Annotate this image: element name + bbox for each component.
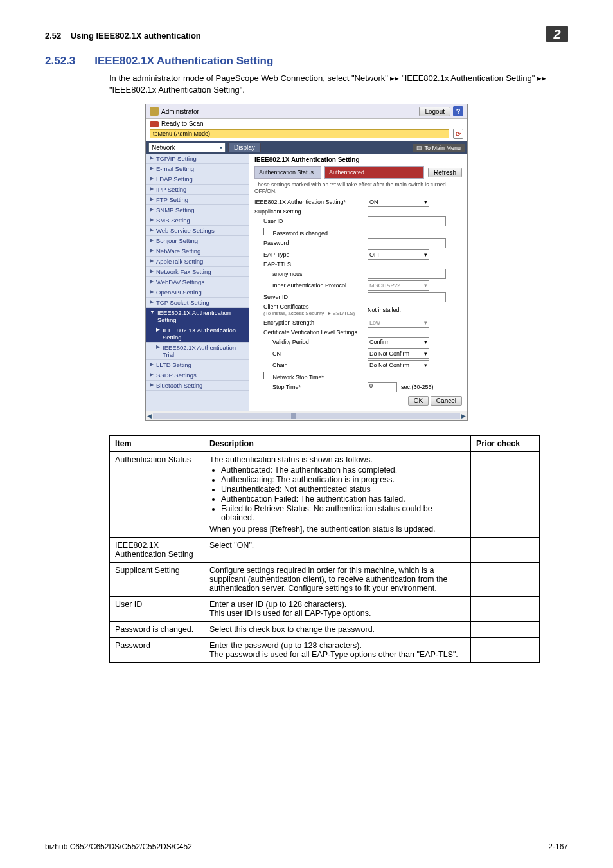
- cn-select[interactable]: Do Not Confirm ▾: [368, 348, 429, 359]
- main-menu-button[interactable]: ▤ To Main Menu: [413, 144, 465, 152]
- category-select[interactable]: Network ▾: [148, 143, 226, 152]
- cancel-button[interactable]: Cancel: [431, 396, 462, 406]
- ok-button[interactable]: OK: [408, 396, 429, 406]
- sidenav-appletalk[interactable]: ▶AppleTalk Setting: [146, 257, 249, 267]
- anonymous-input[interactable]: [368, 269, 446, 279]
- table-row: Password is changed. Select this check b…: [110, 622, 540, 638]
- bullet-item: Authenticated: The authentication has co…: [221, 466, 465, 475]
- td-desc: Configure settings required in order for…: [204, 563, 471, 597]
- sidenav-label: OpenAPI Setting: [156, 289, 202, 296]
- section-heading-title: IEEE802.1X Authentication Setting: [94, 55, 273, 68]
- bullet-item: Authentication Failed: The authenticatio…: [221, 494, 465, 503]
- sidenav-webdav[interactable]: ▶WebDAV Settings: [146, 277, 249, 287]
- sidenav-tcpsocket[interactable]: ▶TCP Socket Setting: [146, 298, 249, 308]
- footer-product: bizhub C652/C652DS/C552/C552DS/C452: [45, 842, 192, 851]
- sidenav-label: IPP Setting: [156, 186, 186, 193]
- sidenav-ssdp[interactable]: ▶SSDP Settings: [146, 370, 249, 381]
- user-id-input[interactable]: [368, 216, 446, 226]
- chain-select[interactable]: Do Not Confirm ▾: [368, 360, 429, 370]
- sidenav-label: Network Fax Setting: [156, 268, 211, 275]
- th-item: Item: [110, 436, 204, 452]
- row-cn: CN Do Not Confirm ▾: [254, 348, 462, 359]
- mode-text: toMenu (Admin Mode): [153, 131, 210, 137]
- chapter-number-badge: 2: [546, 26, 568, 42]
- enc-strength-value: Low: [369, 320, 380, 326]
- td-desc: Enter the password (up to 128 characters…: [204, 638, 471, 663]
- sidenav-lltd[interactable]: ▶LLTD Setting: [146, 360, 249, 370]
- password-input[interactable]: [368, 238, 446, 248]
- row-pwd-changed: Password is changed.: [254, 228, 462, 237]
- sidenav-label: Bluetooth Setting: [156, 382, 202, 389]
- row-certverify: Certificate Verification Level Settings: [254, 329, 462, 336]
- header-rule: [45, 44, 568, 44]
- sidenav-ftp[interactable]: ▶FTP Setting: [146, 195, 249, 205]
- enc-strength-label: Encryption Strength: [254, 320, 364, 326]
- chevron-down-icon: ▾: [424, 362, 427, 368]
- sidenav-ieee8021x[interactable]: ▼IEEE802.1X Authentication Setting: [146, 308, 249, 325]
- chevron-down-icon: ▾: [424, 320, 427, 326]
- sidenav-bluetooth[interactable]: ▶Bluetooth Setting: [146, 381, 249, 391]
- screenshot-body: ▶TCP/IP Setting ▶E-mail Setting ▶LDAP Se…: [146, 154, 467, 411]
- auth-setting-select[interactable]: ON ▾: [368, 197, 429, 207]
- eap-ttls-label: EAP-TTLS: [254, 261, 364, 267]
- eap-type-value: OFF: [369, 251, 381, 258]
- sidenav-ieee8021x-setting[interactable]: ▶IEEE802.1X Authentication Setting: [146, 325, 249, 343]
- table-header-row: Item Description Prior check: [110, 436, 540, 452]
- server-id-input[interactable]: [368, 292, 446, 302]
- refresh-icon[interactable]: ⟳: [453, 129, 463, 139]
- sidenav-label: FTP Setting: [156, 196, 188, 203]
- sidenav-netware[interactable]: ▶NetWare Setting: [146, 246, 249, 257]
- sidenav-ieee8021x-trial[interactable]: ▶IEEE802.1X Authentication Trial: [146, 343, 249, 360]
- ready-icon: [150, 121, 159, 127]
- sidenav-snmp[interactable]: ▶SNMP Setting: [146, 205, 249, 215]
- password-changed-label: Password is changed.: [273, 230, 330, 237]
- sidenav-openapi[interactable]: ▶OpenAPI Setting: [146, 287, 249, 298]
- auth-status-row: Authentication Status Authenticated Refr…: [254, 166, 462, 179]
- cn-label: CN: [254, 350, 364, 357]
- sidenav-webservice[interactable]: ▶Web Service Settings: [146, 226, 249, 236]
- horizontal-scrollbar[interactable]: ◀ ▶: [146, 411, 467, 420]
- mode-bar[interactable]: toMenu (Admin Mode): [150, 129, 449, 138]
- sidenav-label: WebDAV Settings: [156, 278, 204, 285]
- sidenav-email[interactable]: ▶E-mail Setting: [146, 164, 249, 174]
- sidenav-ipp[interactable]: ▶IPP Setting: [146, 185, 249, 195]
- eap-type-select[interactable]: OFF ▾: [368, 249, 429, 260]
- sidenav-bonjour[interactable]: ▶Bonjour Setting: [146, 236, 249, 246]
- cert-verify-label: Certificate Verification Level Settings: [254, 329, 364, 336]
- scroll-left-icon[interactable]: ◀: [147, 413, 152, 419]
- row-eapttls: EAP-TTLS: [254, 261, 462, 267]
- sidenav-tcpip[interactable]: ▶TCP/IP Setting: [146, 154, 249, 164]
- chevron-down-icon: ▾: [424, 251, 427, 258]
- network-stop-label: Network Stop Time*: [273, 374, 324, 381]
- inner-auth-label: Inner Authentication Protocol: [254, 282, 364, 289]
- password-changed-checkbox[interactable]: [263, 228, 271, 235]
- desc-text: When you press [Refresh], the authentica…: [209, 525, 436, 534]
- desc-bullets: Authenticated: The authentication has co…: [209, 466, 465, 522]
- stop-time-input[interactable]: 0: [368, 382, 397, 392]
- display-button[interactable]: Display: [228, 143, 261, 152]
- anonymous-label: anonymous: [254, 271, 364, 277]
- sidenav-label: IEEE802.1X Authentication Setting: [157, 309, 245, 323]
- help-icon[interactable]: ?: [453, 106, 463, 116]
- sidenav-ldap[interactable]: ▶LDAP Setting: [146, 174, 249, 185]
- inner-auth-select[interactable]: MSCHAPv2 ▾: [368, 280, 429, 291]
- page-root: 2.52 Using IEEE802.1X authentication 2 2…: [0, 0, 613, 868]
- chevron-down-icon: ▾: [424, 350, 427, 357]
- scroll-thumb[interactable]: [153, 413, 460, 419]
- sidenav-smb[interactable]: ▶SMB Setting: [146, 215, 249, 226]
- refresh-button[interactable]: Refresh: [428, 168, 462, 177]
- row-userid: User ID: [254, 216, 462, 226]
- content-heading: IEEE802.1X Authentication Setting: [254, 156, 462, 163]
- table-row: Supplicant Setting Configure settings re…: [110, 563, 540, 597]
- validity-select[interactable]: Confirm ▾: [368, 337, 429, 347]
- sidenav-label: E-mail Setting: [156, 165, 194, 172]
- sidenav-networkfax[interactable]: ▶Network Fax Setting: [146, 267, 249, 277]
- scroll-right-icon[interactable]: ▶: [461, 413, 466, 419]
- logout-button[interactable]: Logout: [419, 107, 450, 116]
- row-eaptype: EAP-Type OFF ▾: [254, 249, 462, 260]
- th-desc: Description: [204, 436, 471, 452]
- admin-user-label: Administrator: [161, 108, 199, 115]
- enc-strength-select[interactable]: Low ▾: [368, 318, 429, 328]
- network-stop-checkbox[interactable]: [263, 372, 271, 379]
- client-cert-note: (To install, access Security - ▸ SSL/TLS…: [263, 311, 355, 316]
